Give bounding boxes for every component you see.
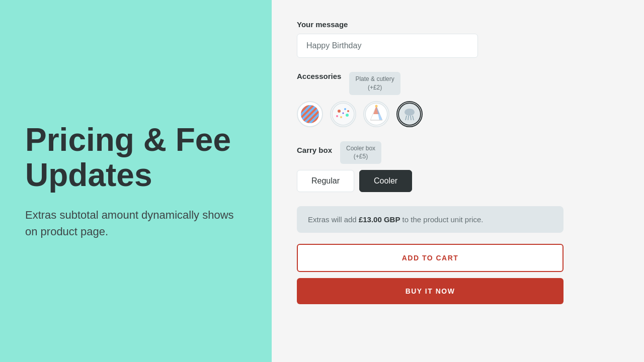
svg-point-7 [346,114,349,117]
accessory-stripes[interactable] [297,101,323,127]
accessories-section: Accessories Plate & cutlery(+£2) [297,72,619,127]
accessory-dots[interactable] [330,101,356,127]
buy-now-button[interactable]: BUY IT NOW [297,278,564,304]
svg-line-22 [411,116,411,120]
extras-amount: £13.00 GBP [359,215,400,224]
carry-box-section: Carry box Cooler box(+£5) Regular Cooler [297,141,619,193]
accessories-tooltip: Plate & cutlery(+£2) [349,72,400,95]
svg-point-5 [338,110,341,113]
svg-point-9 [336,115,338,117]
svg-point-6 [344,108,346,110]
svg-point-19 [405,109,415,116]
accessories-header: Accessories Plate & cutlery(+£2) [297,72,619,95]
message-section: Your message [297,20,619,58]
extras-prefix: Extras will add [308,215,359,224]
carry-box-header: Carry box Cooler box(+£5) [297,141,619,164]
message-label: Your message [297,20,619,29]
accessories-circles [297,101,619,127]
carry-box-label: Carry box [297,146,332,154]
carry-box-buttons: Regular Cooler [297,170,619,192]
svg-line-21 [408,116,409,120]
message-input[interactable] [297,34,478,58]
svg-point-17 [375,105,378,107]
page-heading: Pricing & Fee Updates [25,122,247,193]
add-to-cart-button[interactable]: ADD TO CART [297,244,564,272]
left-panel: Pricing & Fee Updates Extras subtotal am… [0,0,272,362]
svg-point-11 [347,110,349,112]
accessories-label: Accessories [297,72,341,80]
carry-regular-button[interactable]: Regular [297,170,354,192]
extras-info: Extras will add £13.00 GBP to the produc… [297,206,564,233]
svg-rect-1 [301,105,319,123]
right-panel: Your message Accessories Plate & cutlery… [272,0,644,362]
accessory-jellyfish[interactable] [396,101,423,127]
extras-suffix: to the product unit price. [400,215,483,224]
svg-point-8 [340,116,342,118]
svg-point-10 [343,112,344,114]
svg-point-4 [332,103,354,125]
carry-cooler-button[interactable]: Cooler [359,170,412,192]
page-subtext: Extras subtotal amount dynamically shows… [25,207,247,240]
accessory-hat[interactable] [363,101,389,127]
carry-box-tooltip: Cooler box(+£5) [340,141,381,164]
